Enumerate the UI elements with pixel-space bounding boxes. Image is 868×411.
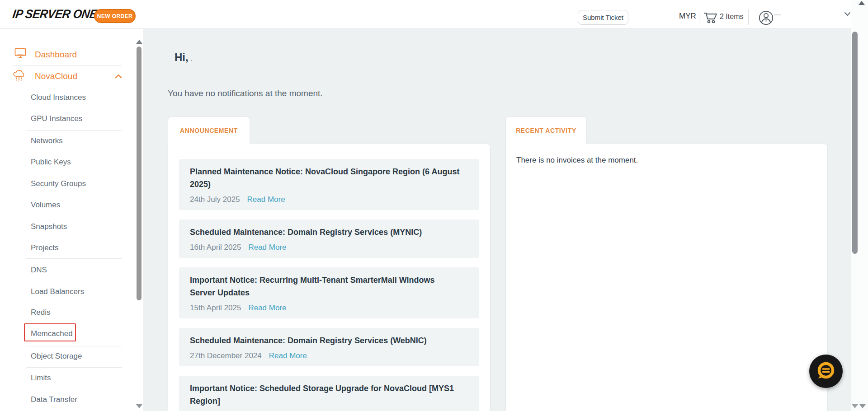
chat-bubble-icon [814,360,838,383]
submit-ticket-button[interactable]: Submit Ticket [578,10,628,25]
new-order-button[interactable]: NEW ORDER [94,9,136,23]
read-more-link[interactable]: Read More [269,351,307,360]
sidebar-item-object-storage[interactable]: Object Storage [31,352,82,363]
announcement-date: 15th April 2025 [190,304,241,312]
chevron-down-icon[interactable] [844,12,851,16]
notifications-empty-text: You have no notifications at the moment. [168,89,323,98]
sidebar-item-dns[interactable]: DNS [31,266,47,276]
ipserverone-logo[interactable]: IP SERVER ONE® [12,7,100,21]
announcement-card[interactable]: Scheduled Maintenance: Domain Registry S… [179,328,479,366]
chat-widget-button[interactable] [809,355,843,388]
sidebar-nav: Dashboard NovaCloud Cloud Instances GPU … [0,29,143,411]
sidebar-item-public-keys[interactable]: Public Keys [31,158,71,168]
sidebar-item-dashboard[interactable]: Dashboard [35,50,77,60]
announcement-card[interactable]: Important Notice: Scheduled Storage Upgr… [179,376,479,411]
sidebar-divider [26,346,122,346]
sidebar-item-gpu-instances[interactable]: GPU Instances [31,114,82,125]
sidebar-item-projects[interactable]: Projects [31,243,58,254]
announcement-card[interactable]: Important Notice: Recurring Multi-Tenant… [179,267,479,318]
tab-announcement[interactable]: ANNOUNCEMENT [168,117,250,144]
content-scroll-down-arrow[interactable] [852,404,858,408]
sidebar-item-novacloud[interactable]: NovaCloud [35,71,77,81]
sidebar-item-snapshots[interactable]: Snapshots [31,222,67,233]
greeting-suffix: . [191,56,193,62]
sidebar-item-networks[interactable]: Networks [31,136,63,147]
read-more-link[interactable]: Read More [248,243,286,252]
sidebar-item-limits[interactable]: Limits [31,374,51,384]
announcement-date: 16th April 2025 [190,243,241,252]
top-bar: IP SERVER ONE® NEW ORDER Submit Ticket M… [0,0,868,29]
announcement-card[interactable]: Scheduled Maintenance: Domain Registry S… [179,220,479,258]
currency-selector[interactable]: MYR [679,12,696,21]
topbar-divider [699,11,699,23]
user-name-placeholder [774,14,781,15]
sidebar-divider [26,258,122,259]
tab-recent-activity[interactable]: RECENT ACTIVITY [505,117,587,144]
sidebar-scroll-down-arrow[interactable] [136,404,142,408]
sidebar-item-data-transfer[interactable]: Data Transfer [31,395,77,406]
announcement-title: Important Notice: Recurring Multi-Tenant… [190,274,461,299]
topbar-divider [634,9,634,25]
sidebar-scrollbar-thumb[interactable] [137,47,142,300]
read-more-link[interactable]: Read More [247,195,285,204]
window-scroll-up-arrow[interactable] [859,1,865,5]
read-more-link[interactable]: Read More [248,304,286,312]
cart-icon[interactable] [703,11,718,24]
sidebar-item-redis[interactable]: Redis [31,308,50,319]
announcement-title: Planned Maintenance Notice: NovaCloud Si… [190,165,461,191]
announcement-date: 24th July 2025 [190,195,240,204]
sidebar-divider [26,367,122,368]
announcement-title: Important Notice: Scheduled Storage Upgr… [190,382,461,407]
topbar-divider [86,8,86,23]
announcement-card[interactable]: Planned Maintenance Notice: NovaCloud Si… [179,159,479,210]
announcement-date: 27th December 2024 [190,351,262,360]
recent-activity-empty-text: There is no invoices at the moment. [516,156,817,165]
cart-items-count[interactable]: 2 Items [720,13,743,21]
sidebar-item-cloud-instances[interactable]: Cloud Instances [31,93,86,104]
page-greeting: Hi,. [175,51,192,64]
profile-icon[interactable] [759,10,774,25]
announcement-title: Scheduled Maintenance: Domain Registry S… [190,226,461,238]
content-scrollbar-thumb[interactable] [852,32,858,254]
announcement-panel: Planned Maintenance Notice: NovaCloud Si… [168,144,491,411]
window-scroll-down-arrow[interactable] [859,404,866,408]
sidebar-divider [26,130,122,131]
recent-activity-panel: There is no invoices at the moment. [505,144,828,411]
chevron-up-icon[interactable] [115,74,122,79]
announcement-title: Scheduled Maintenance: Domain Registry S… [190,334,461,347]
sidebar-item-security-groups[interactable]: Security Groups [31,179,86,190]
sidebar-item-volumes[interactable]: Volumes [31,201,60,211]
sidebar-item-memcached[interactable]: Memcached [31,329,73,340]
novacloud-icon [12,69,26,82]
dashboard-icon [14,48,26,59]
sidebar-scroll-up-arrow[interactable] [136,40,142,44]
topbar-divider [748,9,749,25]
sidebar-item-load-balancers[interactable]: Load Balancers [31,287,84,298]
sidebar-divider [13,65,122,66]
